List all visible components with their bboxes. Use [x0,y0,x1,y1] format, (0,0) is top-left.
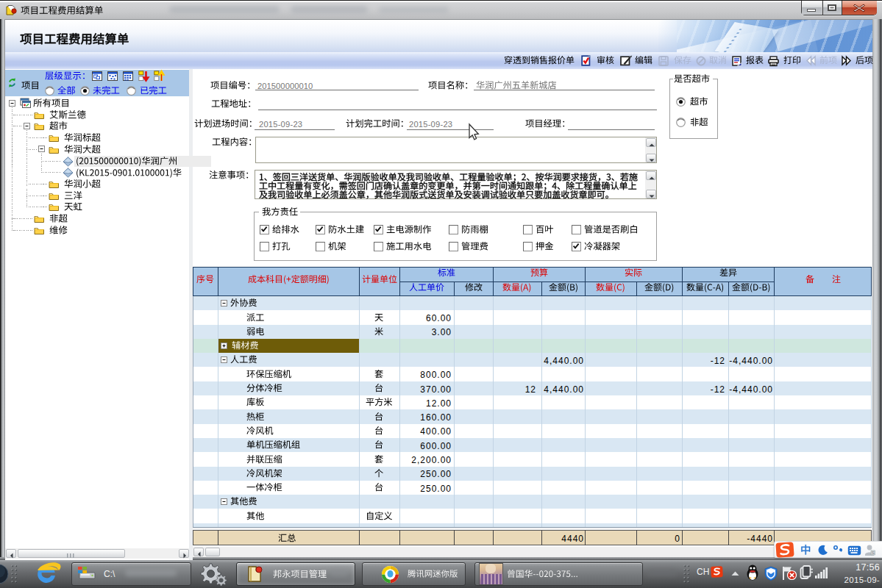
svg-text:S: S [872,551,875,555]
